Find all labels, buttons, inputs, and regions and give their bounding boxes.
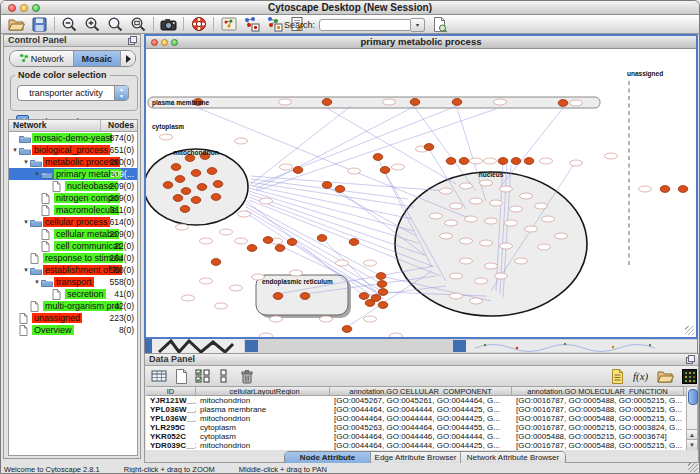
node-color-selection-label: Node color selection [15,70,110,80]
delete-attribute-icon-button[interactable] [238,368,256,384]
float-panel-icon[interactable] [128,36,137,48]
svg-text:f(x): f(x) [633,370,649,383]
network-view-frame: primary metabolic process plasma membran… [144,34,698,339]
attribute-table-icon-button[interactable] [150,368,168,384]
zoom-in-icon-button[interactable] [81,16,104,33]
table-row[interactable]: YLR295Ccytoplasm[GO:0045263, GO:0044464,… [146,423,686,432]
node-color-dropdown[interactable]: transporter activity ▲▼ [17,85,129,101]
tree-row[interactable]: nucleobase-209(0) [9,180,137,192]
attribute-list-icon-button[interactable] [608,368,626,384]
background-window-thumbnail [145,339,698,353]
network-view-titlebar[interactable]: primary metabolic process [146,36,696,49]
tree-row[interactable]: ▼metabolic process280(0) [9,156,137,168]
tree-row[interactable]: ▼establishment of lo558(0) [9,264,137,276]
table-row[interactable]: YPL036W__1mitochondrion[GO:0044464, GO:0… [146,414,686,423]
network-canvas[interactable]: plasma membranecytoplasmmitochondrionnuc… [146,49,696,337]
network-graph[interactable]: plasma membranecytoplasmmitochondrionnuc… [146,49,696,337]
save-icon-button[interactable] [28,16,51,33]
column-header[interactable]: annotation.GO CELLULAR_COMPONENT [330,387,512,395]
frame-zoom-icon[interactable] [171,39,178,46]
tree-row[interactable]: secretion41(0) [9,288,137,300]
tree-row[interactable]: unassigned223(0) [9,312,137,324]
disclosure-triangle-icon[interactable]: ▼ [33,171,41,177]
table-cell: [GO:0016787, GO:0005488, GO:0005215, G..… [512,396,684,405]
frame-resize-grip[interactable] [685,326,694,335]
tree-row[interactable]: cell communicat22(0) [9,240,137,252]
tree-row-label: mosaic-demo-yeast [32,133,112,143]
network-overview-icon-button[interactable] [217,16,240,33]
status-text: Welcome to Cytoscape 2.8.1 [4,465,100,474]
column-header[interactable]: _cellularLayoutRegion [196,387,330,395]
attribute-matrix-icon-button[interactable] [680,368,698,384]
tab-network[interactable]: Network [10,51,74,66]
table-row[interactable]: YDR039C__1mitochondrion[GO:0044464, GO:0… [146,441,686,450]
frame-close-icon[interactable] [151,39,158,46]
tab-mosaic[interactable]: Mosaic [74,51,121,66]
close-window-icon[interactable] [8,4,16,12]
search-input[interactable] [319,19,411,31]
select-attributes-icon-button[interactable] [194,368,212,384]
table-row[interactable]: YPL036W__2plasma membrane[GO:0044464, GO… [146,405,686,414]
window-resize-grip[interactable] [688,462,698,472]
status-text: Middle-click + drag to PAN [239,465,327,474]
layout-1-icon-button[interactable] [240,16,263,33]
tree-row[interactable]: ▼primary metabo209(... [9,168,137,180]
tree-row[interactable]: nitrogen compo209(0) [9,192,137,204]
column-header[interactable]: annotation.GO MOLECULAR_FUNCTION [512,387,684,395]
tree-column-network[interactable]: Network [9,120,101,131]
tree-row-label: Overview [32,325,74,335]
control-panel: Control Panel NetworkMosaic Node color s… [3,34,141,459]
disclosure-triangle-icon[interactable]: ▼ [22,267,30,273]
tree-row[interactable]: ▼transport558(0) [9,276,137,288]
zoom-window-icon[interactable] [32,4,40,12]
tree-row-label: unassigned [32,313,82,323]
tree-row[interactable]: ▼cellular process614(0) [9,216,137,228]
tree-row[interactable]: macromolecule311(0) [9,204,137,216]
tree-row[interactable]: multi-organism pro42(0) [9,300,137,312]
table-cell: YPL036W__1 [146,414,196,423]
table-cell: YKR052C [146,432,196,441]
frame-minimize-icon[interactable] [161,39,168,46]
search-advanced-button[interactable] [433,17,448,33]
tree-row[interactable]: mosaic-demo-yeast874(0) [9,132,137,144]
table-row[interactable]: YJR121W__1mitochondrion[GO:0045267, GO:0… [146,396,686,405]
minimize-window-icon[interactable] [20,4,28,12]
layout-2-icon-button[interactable] [263,16,286,33]
disclosure-triangle-icon[interactable]: ▼ [33,279,41,285]
search-dropdown-icon[interactable]: ▾ [411,18,425,32]
disclosure-triangle-icon[interactable]: ▼ [22,159,30,165]
tree-column-nodes[interactable]: Nodes [101,120,137,131]
tree-row[interactable]: cellular metabo209(0) [9,228,137,240]
zoom-selected-icon-button[interactable] [127,16,150,33]
table-cell: [GO:0044464, GO:0044444, GO:0044425, G..… [330,405,512,414]
network-tree-rows: mosaic-demo-yeast874(0)▼biological_proce… [9,132,137,336]
disclosure-triangle-icon[interactable]: ▼ [22,219,30,225]
folder-icon [19,134,32,143]
help-icon-button[interactable] [187,16,210,33]
tab-overflow-icon[interactable] [121,51,135,66]
status-text: Right-click + drag to ZOOM [124,465,215,474]
tree-row[interactable]: response to stimulu264(0) [9,252,137,264]
new-attribute-icon-button[interactable] [172,368,190,384]
zoom-out-icon-button[interactable] [58,16,81,33]
table-row[interactable]: YKR052Ccytoplasm[GO:0044464, GO:0044446,… [146,432,686,441]
open-icon-button[interactable] [5,16,28,33]
svg-text:plasma membrane: plasma membrane [152,99,209,107]
tree-row[interactable]: Overview8(0) [9,324,137,336]
zoom-fit-icon-button[interactable] [104,16,127,33]
tree-row-label: cellular process [43,217,110,227]
window-titlebar[interactable]: Cytoscape Desktop (New Session) [1,1,699,15]
unselect-attributes-icon-button[interactable] [216,368,234,384]
table-scrollbar[interactable]: ▲ ▼ [686,386,698,450]
tree-row[interactable]: ▼biological_process651(0) [9,144,137,156]
scroll-down-icon[interactable]: ▼ [687,439,697,450]
column-header[interactable]: ID [146,387,196,395]
snapshot-icon-button[interactable] [157,16,180,33]
tree-row-label: biological_process [32,145,110,155]
function-builder-icon-button[interactable]: f(x) [632,368,650,384]
background-window-strip[interactable] [144,339,698,353]
tree-row-count: 209(0) [109,229,134,239]
import-attributes-icon-button[interactable] [656,368,674,384]
disclosure-triangle-icon[interactable]: ▼ [11,147,19,153]
scrollbar-thumb[interactable] [688,389,698,405]
